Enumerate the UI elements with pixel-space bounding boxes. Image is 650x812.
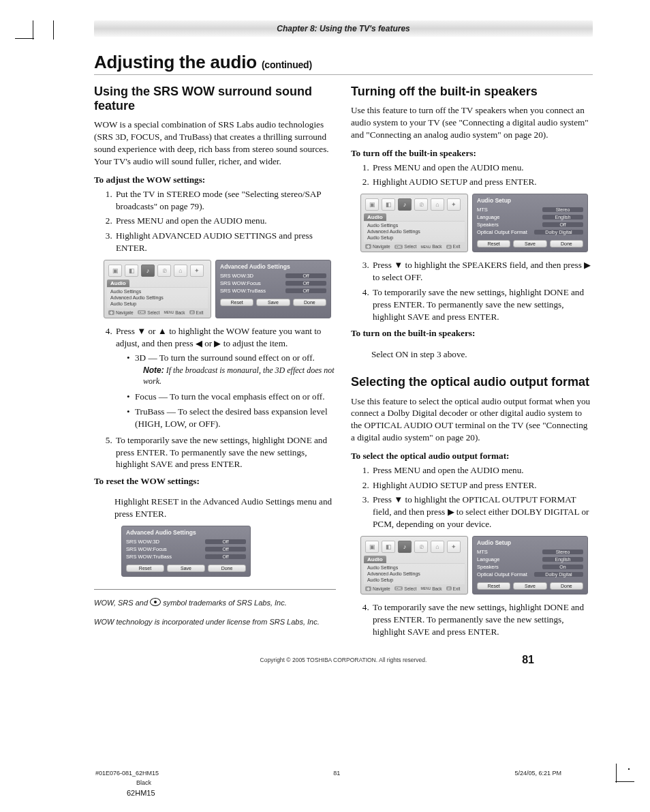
osd-row-val: Off [205,554,246,559]
osd-screenshot: ▣ ◧ ♪ ⎚ ⌂ ✦ Audio Audio Settings Advance… [360,194,593,252]
steps-list: Put the TV in STEREO mode (see "Selectin… [94,188,336,254]
osd-row-val: On [542,565,583,569]
osd-menu-item: Advanced Audio Settings [364,571,465,577]
osd-row-key: Speakers [477,222,499,228]
osd-nav-label: MENU [420,586,431,590]
menu-tab-icon: ⌂ [431,198,444,211]
osd-panel-title: Advanced Audio Settings [220,263,326,270]
osd-main-menu: ▣ ◧ ♪ ⎚ ⌂ ✦ Audio Audio Settings Advance… [104,260,211,318]
step: To temporarily save the new settings, hi… [371,601,593,637]
osd-row-key: MTS [477,207,488,213]
menu-tab-icon: ✦ [190,265,204,277]
print-footer: #01E076-081_62HM15 81 5/24/05, 6:21 PM [95,770,561,777]
intro-paragraph: Use this feature to select the optical a… [351,395,593,444]
down-arrow-icon: ▼ [137,326,146,336]
step: Press MENU and open the AUDIO menu. [114,215,336,227]
osd-audio-setup-panel: Audio Setup MTSStereo LanguageEnglish Sp… [472,194,588,252]
osd-menu-item: Audio Settings [364,222,465,228]
osd-menu-item: Audio Settings [107,288,208,295]
osd-row-val: Off [542,222,583,227]
osd-tab-label: Audio [107,280,129,287]
osd-row-val: Off [285,281,326,286]
step: Press ▼ or ▲ to highlight the WOW featur… [114,325,336,430]
up-arrow-icon: ▲ [158,326,167,336]
right-column: Turning off the built-in speakers Use th… [351,85,593,643]
steps-list: Press MENU and open the AUDIO menu. High… [351,464,593,530]
steps-list: Press MENU and open the AUDIO menu. High… [351,162,593,189]
step: Highlight ADVANCED AUDIO SETTINGS and pr… [114,230,336,254]
osd-done-button: Done [550,240,583,247]
osd-row-key: SRS WOW:TruBass [220,288,266,294]
menu-tab-icon: ✦ [447,198,461,211]
footer-date: 5/24/05, 6:21 PM [514,770,561,777]
section-heading-srs-wow: Using the SRS WOW surround sound feature [94,85,336,113]
menu-tab-icon: ◧ [125,265,138,277]
osd-nav-label: Back [432,244,442,249]
osd-nav-label: Navigate [373,244,390,249]
osd-nav-label: Select [404,244,416,249]
step: Press MENU and open the AUDIO menu. [371,162,593,174]
osd-done-button: Done [550,582,583,590]
osd-save-button: Save [167,565,205,572]
right-arrow-icon: ▶ [214,338,221,348]
osd-row-val: Off [205,547,246,552]
osd-panel-title: Audio Setup [477,539,583,546]
osd-done-button: Done [293,299,326,306]
page-title: Adjusting the audio (continued) [94,52,593,73]
reset-instruction: Highlight RESET in the Advanced Audio Se… [114,496,336,520]
osd-row-val: Dolby Digital [534,230,583,235]
osd-main-menu: ▣ ◧ ♪ ⎚ ⌂ ✦ Audio Audio Settings Advance… [360,536,468,595]
step: Press MENU and open the AUDIO menu. [371,464,593,477]
osd-row-val: Stereo [542,207,583,212]
osd-reset-button: Reset [220,299,253,306]
osd-done-button: Done [208,565,246,572]
osd-menu-item: Audio Settings [364,565,465,571]
title-continued: (continued) [262,59,312,70]
menu-tab-icon: ▣ [108,265,122,277]
chapter-header: Chapter 8: Using the TV's features [94,20,593,37]
footer-page: 81 [333,770,340,777]
down-arrow-icon: ▼ [394,260,403,270]
step: Press ▼ to highlight the SPEAKERS field,… [371,259,593,284]
title-main: Adjusting the audio [94,52,262,72]
osd-tab-label: Audio [364,213,386,221]
footer-model: 62HM15 [127,789,155,797]
osd-save-button: Save [256,299,290,306]
osd-nav-label: Select [404,586,416,591]
osd-nav-label: Exit [196,310,204,315]
osd-row-key: SRS WOW:Focus [126,546,167,552]
osd-panel-title: Advanced Audio Settings [126,529,246,536]
osd-nav-label: MENU [420,245,431,249]
intro-paragraph: WOW is a special combination of SRS Labs… [94,119,336,167]
bullet: Focus — To turn the vocal emphasis effec… [127,391,336,403]
osd-row-key: Optical Output Format [477,571,527,577]
section-heading-speakers: Turning off the built-in speakers [351,85,593,99]
menu-tab-icon: ◧ [382,198,395,211]
steps-list: Press ▼ to highlight the SPEAKERS field,… [351,259,593,322]
srs-symbol-icon [150,598,161,606]
osd-row-key: MTS [477,549,488,555]
procedure-heading: To reset the WOW settings: [94,476,336,487]
bullet: TruBass — To select the desired bass exp… [127,406,336,430]
step: Highlight AUDIO SETUP and press ENTER. [371,176,593,188]
footer-filename: #01E076-081_62HM15 [95,770,159,777]
osd-menu-item: Audio Setup [364,235,465,241]
menu-tab-icon: ▣ [365,198,379,211]
osd-nav-label: Navigate [116,310,134,315]
right-arrow-icon: ▶ [448,507,454,517]
menu-tab-icon: ⎚ [157,265,171,277]
on-instruction: Select ON in step 3 above. [371,348,593,361]
section-heading-optical: Selecting the optical audio output forma… [351,375,593,389]
osd-nav-label: Exit [453,586,461,591]
menu-tab-audio-icon: ♪ [398,198,412,211]
osd-row-val: Stereo [542,550,583,554]
osd-row-val: Off [205,539,246,544]
menu-tab-icon: ⌂ [431,541,444,553]
step: To temporarily save the new settings, hi… [114,434,336,470]
osd-row-key: SRS WOW:3D [220,273,253,279]
left-arrow-icon: ◀ [196,338,202,348]
osd-nav-label: Back [432,586,442,591]
osd-row-key: SRS WOW:Focus [220,280,261,286]
osd-row-key: Speakers [477,564,499,570]
osd-screenshot: ▣ ◧ ♪ ⎚ ⌂ ✦ Audio Audio Settings Advance… [104,260,336,318]
